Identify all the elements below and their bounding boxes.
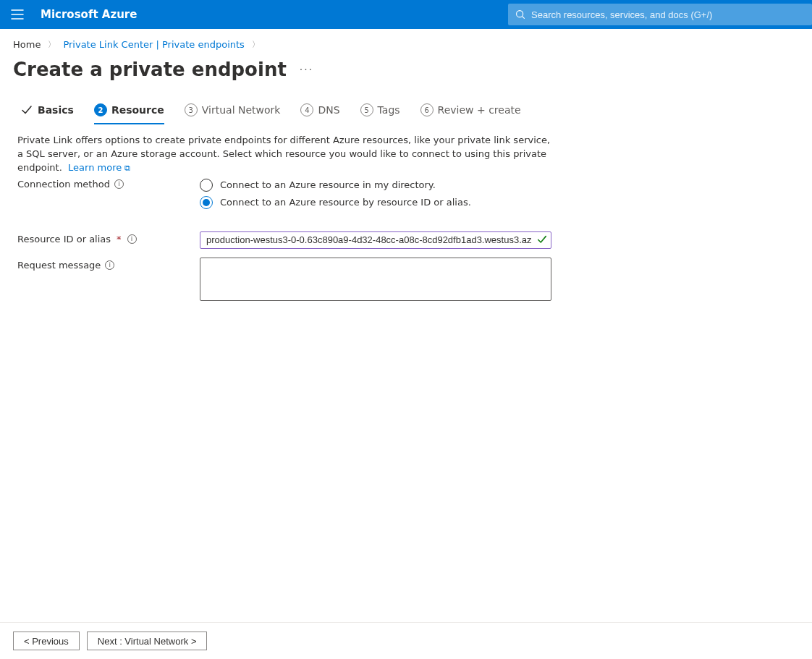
row-resource-id: Resource ID or alias * i [17, 231, 554, 249]
breadcrumb-home[interactable]: Home [13, 39, 41, 50]
row-connection-method: Connection method i Connect to an Azure … [17, 177, 554, 211]
main-content: Private Link offers options to create pr… [0, 124, 572, 303]
info-icon[interactable]: i [114, 179, 124, 189]
radio-label: Connect to an Azure resource by resource… [220, 197, 471, 208]
tab-label: Resource [111, 104, 164, 116]
tab-resource[interactable]: 2 Resource [94, 98, 164, 124]
step-number-icon: 2 [94, 103, 107, 116]
radio-label: Connect to an Azure resource in my direc… [220, 179, 436, 190]
learn-more-link[interactable]: Learn more ⧉ [68, 162, 130, 173]
label-request-message: Request message i [17, 258, 200, 271]
tab-basics[interactable]: Basics [20, 98, 74, 124]
step-number-icon: 6 [420, 103, 434, 116]
tab-virtual-network[interactable]: 3 Virtual Network [185, 98, 281, 124]
resource-id-input[interactable] [200, 231, 551, 249]
info-icon[interactable]: i [105, 260, 114, 270]
tab-label: DNS [318, 104, 339, 116]
step-number-icon: 4 [300, 103, 313, 116]
external-link-icon: ⧉ [124, 163, 130, 173]
row-request-message: Request message i [17, 258, 554, 303]
next-button[interactable]: Next : Virtual Network > [87, 632, 208, 650]
intro-text: Private Link offers options to create pr… [17, 134, 554, 175]
label-connection-method: Connection method i [17, 177, 200, 190]
svg-point-0 [517, 11, 523, 17]
breadcrumb: Home 〉 Private Link Center | Private end… [0, 29, 812, 56]
search-icon [515, 9, 525, 20]
tab-dns[interactable]: 4 DNS [300, 98, 339, 124]
tab-label: Virtual Network [202, 104, 281, 116]
step-number-icon: 5 [360, 103, 373, 116]
check-icon [20, 103, 33, 116]
radio-icon [200, 196, 213, 209]
radio-icon [200, 179, 213, 192]
tab-review-create[interactable]: 6 Review + create [420, 98, 521, 124]
top-bar: Microsoft Azure [0, 0, 812, 29]
step-number-icon: 3 [185, 103, 198, 116]
previous-button[interactable]: < Previous [13, 632, 80, 650]
info-icon[interactable]: i [127, 234, 137, 244]
chevron-right-icon: 〉 [48, 39, 56, 50]
tab-tags[interactable]: 5 Tags [360, 98, 400, 124]
search-input[interactable] [525, 9, 812, 20]
brand-title: Microsoft Azure [35, 8, 137, 21]
menu-toggle[interactable] [0, 9, 35, 20]
wizard-tabs: Basics 2 Resource 3 Virtual Network 4 DN… [0, 98, 812, 124]
hamburger-icon [11, 9, 24, 20]
radio-connect-resource-id[interactable]: Connect to an Azure resource by resource… [200, 194, 554, 211]
more-actions[interactable]: ··· [300, 64, 313, 75]
breadcrumb-private-link[interactable]: Private Link Center | Private endpoints [63, 39, 244, 50]
tab-label: Tags [378, 104, 400, 116]
check-icon [537, 234, 547, 247]
page-title-row: Create a private endpoint ··· [0, 56, 812, 98]
tab-label: Review + create [438, 104, 521, 116]
tab-label: Basics [38, 104, 74, 116]
wizard-footer: < Previous Next : Virtual Network > [0, 622, 812, 659]
request-message-input[interactable] [200, 258, 551, 301]
chevron-right-icon: 〉 [252, 39, 260, 50]
radio-connect-directory[interactable]: Connect to an Azure resource in my direc… [200, 177, 554, 194]
label-resource-id: Resource ID or alias * i [17, 231, 200, 245]
global-search[interactable] [508, 4, 812, 25]
required-indicator: * [115, 234, 123, 245]
page-title: Create a private endpoint [13, 59, 287, 80]
